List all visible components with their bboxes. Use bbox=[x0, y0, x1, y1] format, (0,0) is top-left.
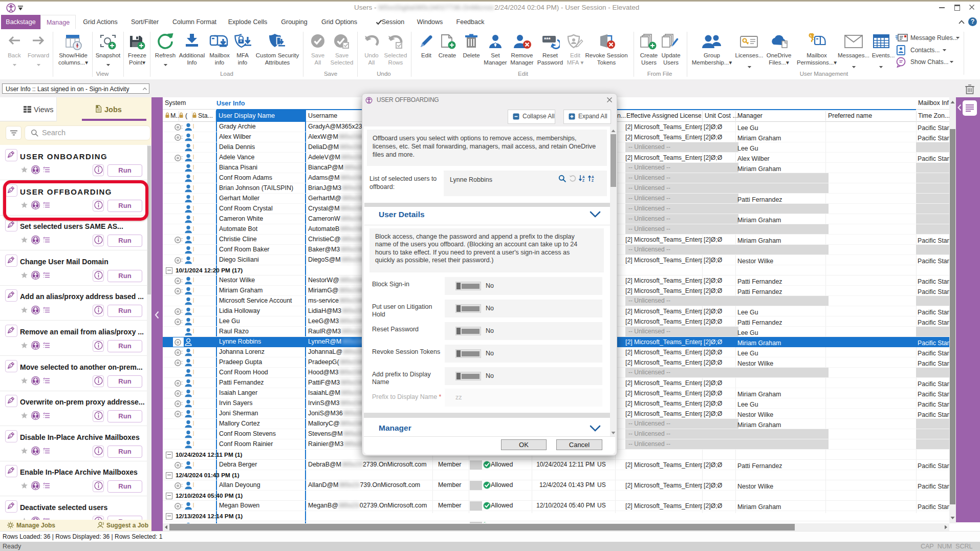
svg-text:A: A bbox=[592, 175, 594, 179]
svg-text:Z: Z bbox=[592, 179, 594, 182]
svg-text:***: *** bbox=[544, 36, 551, 43]
svg-text:A: A bbox=[582, 175, 585, 179]
svg-text:Z: Z bbox=[582, 179, 584, 182]
